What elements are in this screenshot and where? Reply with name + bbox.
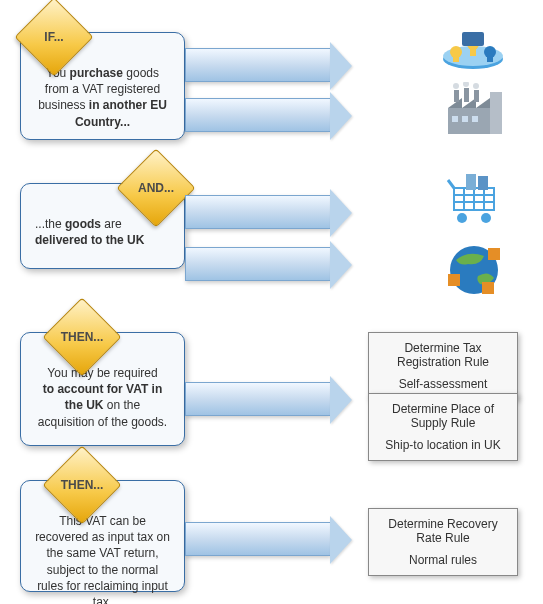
svg-rect-32 xyxy=(466,174,476,190)
rule-recovery-rate: Determine Recovery Rate Rule Normal rule… xyxy=(368,508,518,576)
svg-rect-33 xyxy=(478,176,488,190)
arrow-and-1 xyxy=(185,195,330,229)
rule-tax-registration: Determine Tax Registration Rule Self-ass… xyxy=(368,332,518,400)
rule-title: Determine Recovery Rate Rule xyxy=(375,517,511,545)
t: are xyxy=(101,217,122,231)
rule-sub: Normal rules xyxy=(375,553,511,567)
svg-point-31 xyxy=(481,213,491,223)
t: ...the xyxy=(35,217,65,231)
rule-place-of-supply: Determine Place of Supply Rule Ship-to l… xyxy=(368,393,518,461)
t: in another EU Country... xyxy=(75,98,167,128)
svg-rect-13 xyxy=(490,92,502,134)
svg-point-30 xyxy=(457,213,467,223)
svg-point-18 xyxy=(463,82,469,87)
svg-rect-36 xyxy=(448,274,460,286)
rule-sub: Self-assessment xyxy=(375,377,511,391)
svg-point-19 xyxy=(473,83,479,89)
t: delivered to the UK xyxy=(35,233,144,247)
svg-rect-3 xyxy=(453,52,459,62)
people-circle-icon xyxy=(438,14,508,74)
svg-rect-15 xyxy=(464,88,469,102)
t: on the acquisition of the goods. xyxy=(38,398,167,428)
arrow-if-1 xyxy=(185,48,330,82)
svg-rect-5 xyxy=(487,52,493,62)
arrow-then2 xyxy=(185,522,330,556)
shopping-cart-icon xyxy=(444,170,508,230)
svg-rect-14 xyxy=(454,90,459,102)
factory-icon xyxy=(442,82,508,138)
t: purchase xyxy=(70,66,123,80)
svg-rect-16 xyxy=(474,90,479,102)
t: You may be required xyxy=(47,366,157,380)
rule-sub: Ship-to location in UK xyxy=(375,438,511,452)
svg-rect-22 xyxy=(472,116,478,122)
card-then1-text: You may be required to account for VAT i… xyxy=(35,365,170,430)
svg-rect-37 xyxy=(482,282,494,294)
svg-rect-35 xyxy=(488,248,500,260)
globe-boxes-icon xyxy=(444,240,508,300)
arrow-and-2 xyxy=(185,247,330,281)
svg-rect-21 xyxy=(462,116,468,122)
svg-point-17 xyxy=(453,83,459,89)
vat-flow-diagram: You purchase goods from a VAT registered… xyxy=(0,0,543,604)
rule-title: Determine Place of Supply Rule xyxy=(375,402,511,430)
svg-rect-8 xyxy=(462,32,484,46)
svg-rect-20 xyxy=(452,116,458,122)
rule-title: Determine Tax Registration Rule xyxy=(375,341,511,369)
t: goods xyxy=(65,217,101,231)
svg-line-29 xyxy=(448,180,454,188)
card-then2-text: This VAT can be recovered as input tax o… xyxy=(35,513,170,604)
arrow-then1 xyxy=(185,382,330,416)
arrow-if-2 xyxy=(185,98,330,132)
